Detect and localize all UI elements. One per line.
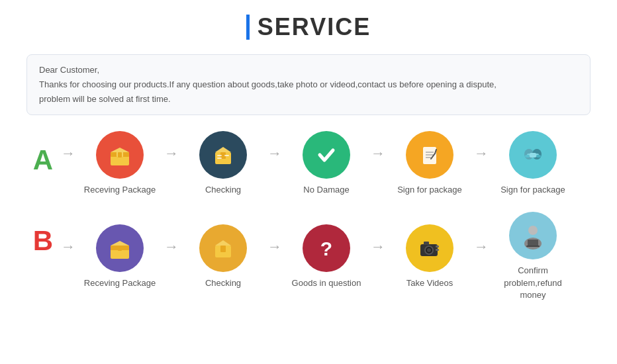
title-section: SERVICE: [26, 13, 591, 42]
svg-rect-20: [525, 155, 530, 158]
svg-rect-21: [536, 155, 541, 158]
svg-rect-10: [224, 155, 229, 156]
arrow-b1: →: [164, 238, 179, 255]
step-a4-label: Sign for package: [397, 184, 462, 196]
step-b1: Receving Package: [77, 224, 163, 289]
step-a5-label: Sign for package: [500, 184, 565, 196]
step-a1-label: Receving Package: [84, 184, 156, 196]
step-a2-icon: [199, 131, 247, 179]
svg-rect-8: [217, 155, 222, 156]
step-b4: Take Videos: [387, 224, 473, 289]
step-a5: Sign for package: [490, 131, 576, 196]
step-b4-label: Take Videos: [406, 277, 453, 289]
notice-line1: Dear Customer,: [39, 63, 578, 77]
row-label-a: A: [26, 144, 60, 176]
step-b2: Checking: [180, 224, 266, 289]
step-b2-icon: [199, 224, 247, 272]
arrow-a2: →: [267, 145, 282, 162]
arrow-b2: →: [267, 238, 282, 255]
arrow-a4: →: [474, 145, 489, 162]
svg-rect-35: [424, 242, 429, 245]
flow-row-b: B → Receving Package →: [26, 212, 591, 301]
step-b3: ? Goods in question: [283, 224, 369, 289]
step-a3-label: No Damage: [303, 184, 349, 196]
flow-row-a: A → Receving Package →: [26, 131, 591, 196]
svg-rect-22: [530, 153, 536, 158]
step-a4-icon: [406, 131, 453, 179]
arrow-b3: →: [371, 238, 385, 255]
step-b5: Confirm problem,refund money: [490, 212, 576, 301]
svg-rect-26: [118, 246, 122, 251]
step-a1-icon: [96, 131, 144, 179]
step-a3: No Damage: [283, 131, 369, 196]
arrow-b0: →: [61, 238, 75, 255]
step-b3-icon: ?: [303, 224, 350, 272]
notice-line3: problem will be solved at first time.: [39, 92, 578, 107]
svg-marker-6: [215, 147, 231, 152]
step-b4-icon: [406, 224, 453, 272]
notice-line2: Thanks for choosing our products.If any …: [39, 77, 578, 92]
step-a2: Checking: [180, 131, 266, 196]
step-b2-label: Checking: [205, 277, 241, 289]
svg-point-34: [427, 248, 431, 252]
svg-rect-41: [526, 246, 540, 247]
step-a5-icon: [509, 131, 557, 179]
notice-box: Dear Customer, Thanks for choosing our p…: [26, 54, 591, 115]
svg-rect-9: [217, 158, 222, 159]
flow-items-b: → Receving Package →: [60, 212, 591, 301]
svg-rect-4: [118, 152, 122, 158]
svg-marker-25: [111, 241, 129, 246]
step-b1-icon: [96, 224, 144, 272]
svg-marker-3: [111, 148, 129, 152]
step-b5-label: Confirm problem,refund money: [490, 265, 576, 301]
arrow-b4: →: [474, 238, 489, 255]
title-bar: [246, 15, 250, 40]
arrow-a0: →: [61, 145, 75, 162]
svg-rect-11: [423, 147, 436, 164]
step-b3-label: Goods in question: [292, 277, 361, 289]
flow-items-a: → Receving Package →: [60, 131, 591, 196]
step-a1: Receving Package: [77, 131, 163, 196]
row-label-b: B: [26, 225, 60, 257]
step-a3-icon: [303, 131, 350, 179]
step-a2-label: Checking: [205, 184, 241, 196]
svg-rect-36: [436, 246, 439, 248]
svg-rect-29: [220, 246, 226, 252]
step-b5-icon: [509, 212, 557, 259]
page-title: SERVICE: [258, 13, 371, 41]
arrow-a1: →: [164, 145, 179, 162]
step-b1-label: Receving Package: [84, 277, 156, 289]
svg-rect-40: [528, 240, 538, 246]
svg-rect-37: [436, 249, 439, 251]
svg-text:?: ?: [320, 237, 332, 259]
step-a4: Sign for package: [387, 131, 473, 196]
svg-point-38: [528, 226, 538, 235]
arrow-a3: →: [371, 145, 385, 162]
svg-marker-28: [215, 240, 231, 246]
